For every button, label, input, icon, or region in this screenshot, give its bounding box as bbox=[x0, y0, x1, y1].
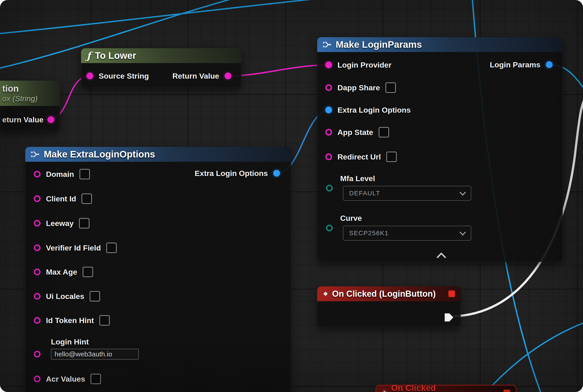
pin-extra-login-options-out[interactable] bbox=[273, 170, 280, 177]
chevron-down-icon bbox=[460, 229, 466, 236]
node-string-partial[interactable]: tion ox (String) eturn Value bbox=[0, 81, 60, 131]
pin-label-dapp-share: Dapp Share bbox=[338, 83, 380, 92]
mfa-level-value: DEFAULT bbox=[349, 190, 380, 197]
event-diamond-icon bbox=[322, 290, 330, 298]
pin-row-return-value: Return Value bbox=[172, 71, 231, 81]
pin-redirect-url[interactable] bbox=[325, 154, 332, 160]
node-on-clicked-logoutbutton[interactable]: On Clicked (LogoutButton) bbox=[376, 385, 516, 392]
node-title-fragment: tion bbox=[2, 84, 19, 94]
checkbox-domain[interactable] bbox=[80, 169, 90, 179]
checkbox-ui-locales[interactable] bbox=[90, 291, 100, 302]
pin-row-login-hint bbox=[34, 349, 40, 359]
pin-leeway[interactable] bbox=[34, 220, 40, 227]
checkbox-max-age[interactable] bbox=[83, 267, 93, 277]
pin-row-dapp-share: Dapp Share bbox=[325, 82, 396, 93]
pin-row-ui-locales: Ui Locales bbox=[34, 291, 100, 302]
pin-extra-login-options-in[interactable] bbox=[325, 106, 332, 113]
pin-row-curve bbox=[326, 223, 333, 233]
pin-row-login-params-out: Login Params bbox=[490, 60, 552, 70]
blueprint-graph-canvas[interactable]: tion ox (String) eturn Value ƒ To Lower … bbox=[0, 0, 583, 392]
checkbox-leeway[interactable] bbox=[79, 218, 90, 228]
pin-max-age[interactable] bbox=[34, 268, 40, 275]
pin-row-return-value-partial: eturn Value bbox=[2, 114, 54, 125]
pin-label-max-age: Max Age bbox=[46, 268, 77, 276]
pin-label-extra-login-options-out: Extra Login Options bbox=[195, 169, 268, 178]
mfa-level-dropdown[interactable]: DEFAULT bbox=[343, 186, 471, 201]
event-diamond-icon bbox=[380, 389, 389, 392]
login-hint-input[interactable] bbox=[51, 349, 139, 360]
node-make-extraloginoptions[interactable]: Make ExtraLoginOptions Extra Login Optio… bbox=[25, 147, 291, 392]
pin-row-exec-out bbox=[445, 312, 453, 322]
node-title: On Clicked (LogoutButton) bbox=[391, 383, 500, 392]
pin-login-provider[interactable] bbox=[325, 62, 332, 68]
pin-app-state[interactable] bbox=[325, 129, 332, 136]
pin-label-acr-values: Acr Values bbox=[46, 375, 85, 384]
wire-returnvalue-to-loginprovider[interactable] bbox=[228, 65, 329, 76]
curve-dropdown[interactable]: SECP256K1 bbox=[343, 226, 471, 240]
pin-label-ui-locales: Ui Locales bbox=[46, 292, 84, 301]
pin-row-id-token-hint: Id Token Hint bbox=[34, 315, 110, 326]
wire-background-blue-2[interactable] bbox=[0, 0, 338, 34]
node-on-clicked-loginbutton-header[interactable]: On Clicked (LoginButton) bbox=[317, 286, 461, 301]
pin-domain[interactable] bbox=[34, 171, 40, 178]
pin-row-client-id: Client Id bbox=[34, 194, 92, 204]
pin-label-leeway: Leeway bbox=[46, 219, 74, 228]
pin-mfa-level[interactable] bbox=[326, 185, 333, 192]
pin-login-hint[interactable] bbox=[34, 351, 40, 358]
pin-label-client-id: Client Id bbox=[46, 194, 76, 203]
pin-label-domain: Domain bbox=[46, 170, 74, 179]
node-title: Make ExtraLoginOptions bbox=[44, 149, 155, 160]
pin-return-value[interactable] bbox=[224, 72, 231, 79]
checkbox-redirect-url[interactable] bbox=[386, 152, 397, 162]
checkbox-id-token-hint[interactable] bbox=[99, 315, 110, 326]
pin-acr-values[interactable] bbox=[34, 376, 40, 382]
node-on-clicked-loginbutton[interactable]: On Clicked (LoginButton) bbox=[317, 286, 461, 327]
pin-row-app-state: App State bbox=[325, 127, 389, 138]
node-make-extraloginoptions-header[interactable]: Make ExtraLoginOptions bbox=[25, 147, 291, 162]
pin-curve[interactable] bbox=[326, 224, 333, 231]
checkbox-dapp-share[interactable] bbox=[386, 82, 396, 93]
pin-row-redirect-url: Redirect Url bbox=[325, 152, 397, 162]
make-struct-icon bbox=[31, 151, 40, 158]
pin-dapp-share[interactable] bbox=[325, 84, 332, 91]
pin-label-source-string: Source String bbox=[99, 72, 149, 80]
pin-row-extra-login-options-in: Extra Login Options bbox=[325, 105, 411, 115]
node-to-lower[interactable]: ƒ To Lower Source String Return Value bbox=[81, 48, 242, 88]
pin-login-params-out[interactable] bbox=[546, 61, 552, 68]
exec-pin-out[interactable] bbox=[445, 313, 453, 322]
pin-row-leeway: Leeway bbox=[34, 218, 90, 228]
pin-verifier-id-field[interactable] bbox=[34, 244, 40, 251]
pin-row-verifier-id-field: Verifier Id Field bbox=[34, 243, 117, 253]
wire-background-blue-4[interactable] bbox=[483, 322, 583, 392]
node-make-loginparams[interactable]: Make LoginParams Login Params Login Prov… bbox=[317, 37, 563, 262]
checkbox-verifier-id-field[interactable] bbox=[106, 243, 117, 253]
checkbox-app-state[interactable] bbox=[379, 127, 389, 138]
pin-label-login-params-out: Login Params bbox=[490, 60, 540, 69]
pin-ui-locales[interactable] bbox=[34, 293, 40, 300]
pin-client-id[interactable] bbox=[34, 195, 40, 202]
collapse-node-chevron[interactable] bbox=[436, 252, 446, 262]
pin-row-max-age: Max Age bbox=[34, 267, 93, 277]
event-stop-icon bbox=[503, 389, 510, 392]
function-icon: ƒ bbox=[86, 50, 91, 62]
pin-label-return-value: Return Value bbox=[172, 72, 219, 80]
pin-return-value-partial[interactable] bbox=[48, 116, 54, 123]
node-make-loginparams-header[interactable]: Make LoginParams bbox=[317, 37, 563, 52]
pin-row-acr-values: Acr Values bbox=[34, 374, 101, 384]
pin-label-return-value-partial: eturn Value bbox=[2, 115, 44, 124]
pin-id-token-hint[interactable] bbox=[34, 317, 40, 324]
checkbox-client-id[interactable] bbox=[82, 194, 92, 204]
pin-source-string[interactable] bbox=[86, 72, 93, 79]
pin-label-curve: Curve bbox=[340, 214, 362, 222]
node-subtitle-fragment: ox (String) bbox=[2, 94, 38, 103]
pin-label-redirect-url: Redirect Url bbox=[338, 152, 381, 161]
checkbox-acr-values[interactable] bbox=[90, 374, 101, 384]
node-on-clicked-logoutbutton-header[interactable]: On Clicked (LogoutButton) bbox=[376, 386, 516, 392]
node-title: Make LoginParams bbox=[336, 39, 422, 50]
node-string-partial-header[interactable]: tion ox (String) bbox=[0, 81, 60, 106]
make-struct-icon bbox=[322, 41, 332, 48]
node-title: To Lower bbox=[95, 50, 136, 61]
node-to-lower-header[interactable]: ƒ To Lower bbox=[81, 48, 242, 63]
pin-label-extra-login-options-in: Extra Login Options bbox=[338, 106, 411, 114]
pin-label-login-hint: Login Hint bbox=[51, 338, 89, 346]
